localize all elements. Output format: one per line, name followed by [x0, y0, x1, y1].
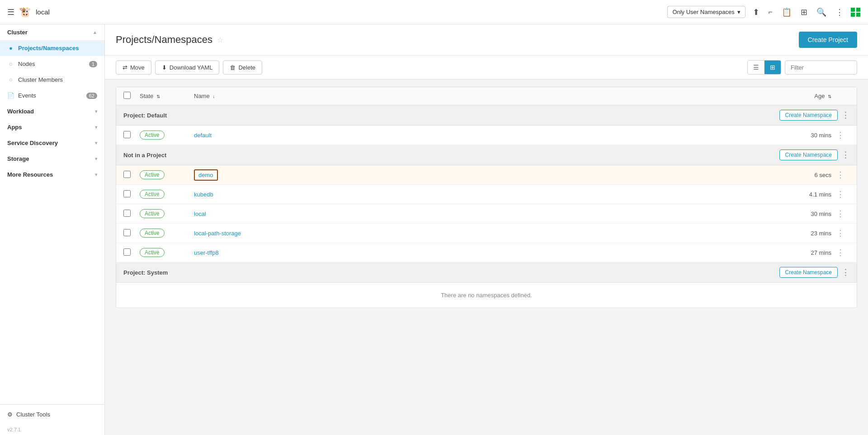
- sidebar: Cluster ▲ ● Projects/Namespaces ○ Nodes …: [0, 24, 105, 435]
- brand-logo: 🐮: [19, 6, 31, 18]
- name-cell: demo: [194, 172, 777, 178]
- group-more-icon-system[interactable]: ⋮: [841, 267, 849, 277]
- service-discovery-chevron-icon: ▾: [95, 140, 97, 145]
- row-checkbox-cell: [123, 190, 140, 199]
- name-column-header[interactable]: Name ↓: [194, 93, 777, 99]
- row-checkbox[interactable]: [123, 210, 131, 217]
- download-yaml-label: Download YAML: [170, 64, 213, 71]
- filter-input[interactable]: [785, 61, 857, 75]
- apps-label: Apps: [7, 124, 22, 131]
- namespace-selector[interactable]: Only User Namespaces ▾: [667, 6, 745, 18]
- terminal-icon[interactable]: ⌐: [767, 6, 774, 18]
- gear-icon: ⚙: [7, 411, 13, 418]
- list-view-button[interactable]: ☰: [748, 61, 764, 74]
- cluster-chevron-icon: ▲: [93, 30, 97, 35]
- toolbar: ⇄ Move ⬇ Download YAML 🗑 Delete ☰ ⊞: [105, 56, 868, 80]
- main-layout: Cluster ▲ ● Projects/Namespaces ○ Nodes …: [0, 24, 868, 435]
- row-more-icon[interactable]: ⋮: [831, 189, 849, 199]
- search-icon[interactable]: 🔍: [815, 5, 828, 19]
- workload-label: Workload: [7, 108, 34, 115]
- grid-view-button[interactable]: ⊞: [764, 61, 781, 74]
- sidebar-category-apps[interactable]: Apps ▾: [0, 119, 104, 135]
- page-title-area: Projects/Namespaces ☆: [116, 34, 223, 46]
- row-checkbox-cell: [123, 131, 140, 140]
- nodes-badge: 1: [89, 61, 97, 67]
- sidebar-item-cluster-members[interactable]: ○ Cluster Members: [0, 72, 104, 88]
- table-header: State ⇅ Name ↓ Age ⇅: [116, 87, 857, 105]
- status-cell: Active: [140, 170, 194, 179]
- row-more-icon[interactable]: ⋮: [831, 130, 849, 140]
- namespace-link-demo[interactable]: demo: [194, 169, 218, 181]
- events-label: Events: [18, 92, 36, 99]
- status-badge: Active: [140, 229, 165, 238]
- download-icon: ⬇: [162, 64, 167, 71]
- no-namespaces-text: There are no namespaces defined.: [116, 283, 857, 308]
- delete-button[interactable]: 🗑 Delete: [223, 61, 262, 75]
- group-label-default: Project: Default: [123, 112, 167, 119]
- projects-namespaces-icon: ●: [7, 45, 14, 51]
- clipboard-icon[interactable]: 📋: [780, 5, 793, 19]
- row-checkbox[interactable]: [123, 248, 131, 256]
- more-options-icon[interactable]: ⋮: [834, 5, 845, 19]
- row-checkbox[interactable]: [123, 229, 131, 236]
- move-label: Move: [130, 64, 145, 71]
- namespace-link-local[interactable]: local: [194, 210, 206, 217]
- age-column-header[interactable]: Age ⇅: [777, 93, 831, 99]
- version-text: v2.7.1: [0, 424, 104, 435]
- page-title: Projects/Namespaces: [116, 34, 212, 46]
- row-checkbox[interactable]: [123, 171, 131, 178]
- table-container: State ⇅ Name ↓ Age ⇅ Project: Defaul: [105, 80, 868, 315]
- sidebar-category-workload[interactable]: Workload ▾: [0, 103, 104, 119]
- create-project-button[interactable]: Create Project: [799, 32, 857, 48]
- row-more-icon[interactable]: ⋮: [831, 170, 849, 180]
- sidebar-category-storage[interactable]: Storage ▾: [0, 151, 104, 167]
- row-more-icon[interactable]: ⋮: [831, 248, 849, 257]
- state-column-header[interactable]: State ⇅: [140, 93, 194, 99]
- main-content: Projects/Namespaces ☆ Create Project ⇄ M…: [105, 24, 868, 435]
- state-sort-icon: ⇅: [156, 94, 160, 99]
- sidebar-category-cluster[interactable]: Cluster ▲: [0, 24, 104, 40]
- create-namespace-button-default[interactable]: Create Namespace: [779, 110, 838, 121]
- group-more-icon-default[interactable]: ⋮: [841, 110, 849, 120]
- hamburger-icon[interactable]: ☰: [7, 7, 14, 17]
- projects-namespaces-label: Projects/Namespaces: [18, 45, 79, 51]
- namespace-link[interactable]: default: [194, 132, 212, 139]
- table-row: Active user-tffp8 27 mins ⋮: [116, 243, 857, 262]
- namespace-selector-label: Only User Namespaces: [672, 9, 734, 15]
- sidebar-item-nodes[interactable]: ○ Nodes 1: [0, 56, 104, 72]
- upload-icon[interactable]: ⬆: [751, 5, 761, 19]
- more-resources-chevron-icon: ▾: [95, 172, 97, 177]
- row-checkbox[interactable]: [123, 131, 131, 138]
- sidebar-item-events[interactable]: 📄 Events 62: [0, 88, 104, 103]
- row-more-icon[interactable]: ⋮: [831, 209, 849, 219]
- favorite-star-icon[interactable]: ☆: [217, 36, 223, 44]
- name-cell: user-tffp8: [194, 249, 777, 256]
- status-badge: Active: [140, 248, 165, 257]
- row-more-icon[interactable]: ⋮: [831, 228, 849, 238]
- sidebar-item-projects-namespaces[interactable]: ● Projects/Namespaces: [0, 40, 104, 56]
- select-all-checkbox-cell: [123, 92, 140, 100]
- create-namespace-button-not-in-project[interactable]: Create Namespace: [779, 150, 838, 160]
- more-resources-label: More Resources: [7, 171, 53, 178]
- table-row: Active default 30 mins ⋮: [116, 126, 857, 145]
- namespace-link-local-path-storage[interactable]: local-path-storage: [194, 230, 241, 237]
- row-checkbox-cell: [123, 248, 140, 257]
- cluster-tools-button[interactable]: ⚙ Cluster Tools: [7, 411, 97, 418]
- cluster-name: local: [36, 8, 50, 16]
- select-all-checkbox[interactable]: [123, 92, 131, 99]
- status-cell: Active: [140, 209, 194, 218]
- sidebar-category-more-resources[interactable]: More Resources ▾: [0, 167, 104, 182]
- create-namespace-button-system[interactable]: Create Namespace: [779, 267, 838, 278]
- storage-chevron-icon: ▾: [95, 156, 97, 161]
- download-yaml-button[interactable]: ⬇ Download YAML: [155, 61, 220, 75]
- delete-label: Delete: [238, 64, 255, 71]
- cluster-members-label: Cluster Members: [18, 76, 63, 83]
- sidebar-category-service-discovery[interactable]: Service Discovery ▾: [0, 135, 104, 151]
- rancher-apps-icon[interactable]: [851, 8, 861, 17]
- namespace-link-kubedb[interactable]: kubedb: [194, 191, 213, 198]
- screen-icon[interactable]: ⊞: [799, 5, 809, 19]
- move-button[interactable]: ⇄ Move: [116, 61, 151, 75]
- row-checkbox[interactable]: [123, 190, 131, 197]
- namespace-link-user-tffp8[interactable]: user-tffp8: [194, 249, 219, 256]
- group-more-icon-not-in-project[interactable]: ⋮: [841, 150, 849, 160]
